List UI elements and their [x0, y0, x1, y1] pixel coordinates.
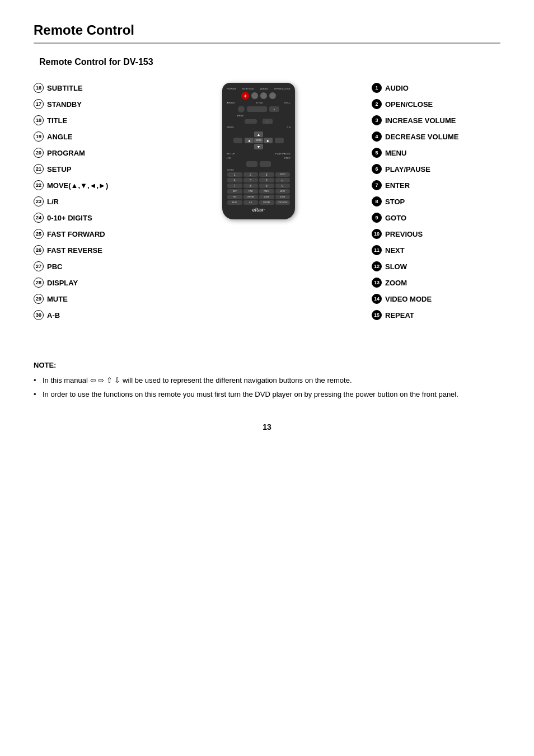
display-button[interactable]: DISPLAY — [243, 195, 259, 199]
prog-label-row: PROG CH — [226, 126, 292, 129]
note-item-2: In order to use the functions on this re… — [34, 389, 500, 401]
item-number: 13 — [372, 278, 382, 288]
item-label: INCREASE VOLUME — [385, 116, 456, 125]
btn-goto[interactable]: GOTO — [275, 172, 291, 177]
repeat-button[interactable]: REPEAT — [259, 200, 274, 205]
remote-row-2-labels: ANGLE TITLE VOL+ — [226, 101, 292, 104]
item-number: 15 — [372, 310, 382, 320]
pbc-button[interactable]: PBC — [227, 195, 242, 199]
zoom-button[interactable]: ZOOM — [259, 195, 274, 199]
ch-label: CH — [287, 126, 291, 129]
list-item: 10 PREVIOUS — [372, 229, 500, 239]
list-item: 6 PLAY/PAUSE — [372, 164, 500, 174]
angle-label: ANGLE — [227, 101, 235, 104]
menu-button[interactable] — [245, 119, 257, 124]
lr-button[interactable] — [246, 161, 257, 167]
btn-5[interactable]: 5 — [243, 178, 259, 182]
page-title: Remote Control — [34, 22, 500, 44]
list-item: 18 TITLE — [34, 115, 157, 125]
title-button[interactable] — [247, 106, 267, 112]
list-item: 11 NEXT — [372, 245, 500, 255]
goto-label: GOTO — [227, 168, 290, 171]
title-label: TITLE — [256, 101, 263, 104]
remote-row-4: ▲ ◄ ENTER ► ▼ — [226, 130, 292, 151]
item-number: 1 — [372, 83, 382, 93]
item-number: 26 — [34, 245, 44, 255]
remote-row-2: + — [226, 106, 292, 112]
vol-minus-button[interactable]: − — [263, 119, 273, 124]
slow-button[interactable]: SLOW — [275, 195, 291, 199]
item-label: ZOOM — [385, 279, 407, 287]
item-number: 30 — [34, 310, 44, 320]
prog-label: PROG — [227, 126, 234, 129]
item-number: 12 — [372, 261, 382, 271]
nav-up-button[interactable]: ▲ — [254, 132, 263, 137]
item-number: 14 — [372, 294, 382, 304]
play-pause-button[interactable] — [275, 138, 284, 143]
btn-6[interactable]: 6 — [259, 178, 274, 182]
nav-right-button[interactable]: ► — [264, 138, 273, 143]
logo-dot: · — [264, 207, 265, 213]
btn-9[interactable]: 9 — [259, 184, 274, 188]
list-item: 13 ZOOM — [372, 278, 500, 288]
enter-button[interactable]: ENTER — [254, 138, 263, 143]
audio-label: AUDIO — [260, 87, 268, 90]
list-item: 17 STANDBY — [34, 99, 157, 109]
item-label: NEXT — [385, 246, 405, 255]
item-label: ANGLE — [47, 133, 73, 140]
prev-button[interactable]: PREV — [259, 189, 274, 194]
item-label: FAST REVERSE — [47, 247, 102, 254]
setup-label-row: SETUP PLAY/PAUSE — [226, 152, 292, 155]
audio-button[interactable] — [260, 92, 267, 99]
video-mode-button[interactable]: VIDEO MODE — [275, 200, 291, 205]
func-grid-1: REV FWD PREV NEXT — [227, 189, 290, 194]
stop-button[interactable] — [260, 161, 271, 167]
item-number: 21 — [34, 164, 44, 174]
nav-left-button[interactable]: ◄ — [245, 138, 254, 143]
item-label: PREVIOUS — [385, 230, 423, 238]
item-label: A-B — [47, 312, 60, 319]
func-grid-2: PBC DISPLAY ZOOM SLOW — [227, 195, 290, 199]
list-item: 1 AUDIO — [372, 83, 500, 93]
btn-4[interactable]: 4 — [227, 178, 242, 182]
remote-control: POWER SUBTITLE AUDIO OPEN/CLOSE ⏻ ANGLE … — [222, 83, 295, 219]
note-text-1: In this manual ⇦ ⇨ ⇧ ⇩ will be used to r… — [43, 376, 352, 384]
angle-button[interactable] — [238, 106, 245, 112]
item-number: 20 — [34, 148, 44, 158]
next-button[interactable]: NEXT — [275, 189, 291, 194]
list-item: 19 ANGLE — [34, 132, 157, 142]
btn-1[interactable]: 1 — [227, 172, 242, 177]
setup-label: SETUP — [227, 152, 235, 155]
play-pause-label: PLAY/PAUSE — [275, 152, 291, 155]
subtitle-button[interactable] — [251, 92, 258, 99]
list-item: 22 MOVE(▲,▼,◄,►) — [34, 180, 157, 190]
list-item: 9 GOTO — [372, 213, 500, 223]
list-item: 3 INCREASE VOLUME — [372, 115, 500, 125]
list-item: 26 FAST REVERSE — [34, 245, 157, 255]
btn-2[interactable]: 2 — [243, 172, 259, 177]
vol-plus-button[interactable]: + — [269, 106, 279, 112]
item-label: PBC — [47, 263, 62, 270]
btn-7[interactable]: 7 — [227, 184, 242, 188]
prog-button[interactable] — [233, 138, 242, 143]
fwd-button[interactable]: FWD — [243, 189, 259, 194]
power-button[interactable]: ⏻ — [241, 92, 249, 100]
rev-button[interactable]: REV — [227, 189, 242, 194]
btn-8[interactable]: 8 — [243, 184, 259, 188]
item-number: 8 — [372, 196, 382, 206]
item-number: 24 — [34, 213, 44, 223]
btn-3[interactable]: 3 — [259, 172, 274, 177]
btn-6plus[interactable]: 6+ — [275, 178, 291, 182]
ab-button[interactable]: A-B — [243, 200, 259, 205]
item-number: 17 — [34, 99, 44, 109]
item-number: 2 — [372, 99, 382, 109]
item-label: PROGRAM — [47, 149, 85, 157]
mute-button[interactable]: MUTE — [227, 200, 242, 205]
btn-0[interactable]: 0 — [275, 184, 291, 188]
item-label: PLAY/PAUSE — [385, 165, 430, 173]
open-close-button[interactable] — [269, 92, 276, 99]
nav-down-button[interactable]: ▼ — [254, 144, 263, 149]
item-label: AUDIO — [385, 84, 409, 92]
item-label: MOVE(▲,▼,◄,►) — [47, 182, 108, 189]
nav-cross: ▲ ◄ ENTER ► ▼ — [245, 132, 273, 149]
